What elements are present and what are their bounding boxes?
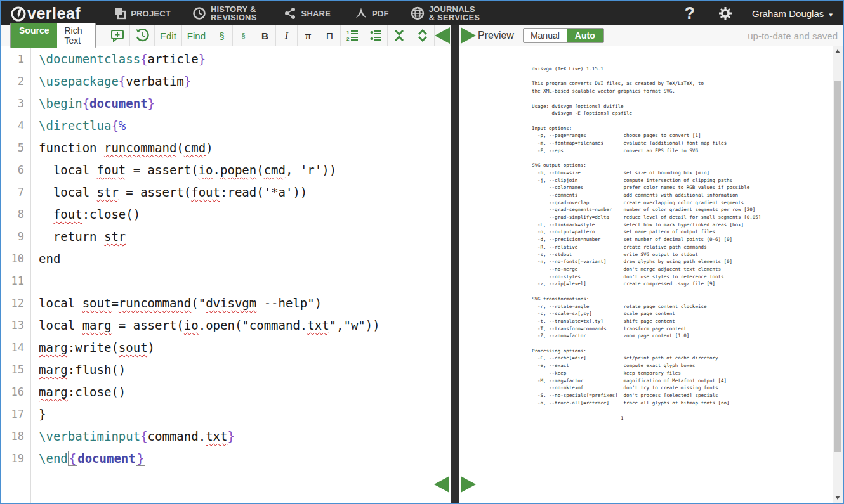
nav-journals-services[interactable]: JOURNALS & SERVICES	[411, 5, 480, 22]
code-line[interactable]	[39, 270, 451, 292]
code-line[interactable]: marg:write(sout)	[39, 337, 451, 359]
expand-chevrons-icon	[416, 29, 429, 42]
tab-rich-text[interactable]: Rich Text	[57, 23, 95, 48]
code-line[interactable]: marg:flush()	[39, 359, 451, 381]
scrollbar-thumb[interactable]	[834, 81, 841, 452]
pdf-icon	[355, 7, 372, 20]
subsection-button[interactable]: §	[232, 25, 254, 46]
nav-history-revisions[interactable]: HISTORY & REVISIONS	[192, 5, 257, 22]
code-line[interactable]: \documentclass{article}	[39, 48, 451, 70]
section-button[interactable]: §	[211, 25, 232, 46]
pdf-viewer[interactable]: dvisvgm (TeX Live) 1.15.1 This program c…	[459, 46, 843, 503]
settings-gear-icon[interactable]	[718, 6, 733, 21]
nav-share[interactable]: SHARE	[284, 7, 331, 20]
overleaf-window: verleaf PROJECT HISTORY & REVISIONS SHAR…	[0, 0, 844, 504]
overleaf-leaf-icon	[10, 5, 27, 22]
collapse-chevrons-icon	[393, 29, 406, 42]
line-number: 14	[1, 337, 24, 359]
line-number: 11	[1, 270, 24, 292]
nav-pdf[interactable]: PDF	[355, 7, 389, 20]
line-number: 16	[1, 381, 24, 403]
nav-project-label: PROJECT	[131, 9, 171, 18]
pdf-scrollbar[interactable]	[833, 46, 843, 503]
source-editor[interactable]: 12345678910111213141516171819 \documentc…	[1, 46, 451, 503]
code-line[interactable]: \verbatiminput{command.txt}	[39, 425, 451, 448]
numbered-list-button[interactable]: 12	[340, 25, 364, 46]
line-number: 13	[1, 314, 24, 337]
manual-compile-button[interactable]: Manual	[524, 29, 567, 42]
line-number: 1	[1, 48, 24, 70]
code-line[interactable]: return str	[39, 226, 451, 248]
find-button[interactable]: Find	[181, 25, 211, 46]
bullet-list-button[interactable]	[364, 25, 387, 46]
pane-divider[interactable]	[451, 25, 459, 503]
code-line[interactable]: function runcommand(cmd)	[39, 137, 451, 159]
line-number: 4	[1, 115, 24, 137]
pdf-text: dvisvgm (TeX Live) 1.15.1 This program c…	[459, 46, 843, 406]
overleaf-logo[interactable]: verleaf	[10, 4, 81, 23]
inline-math-button[interactable]: π	[297, 25, 319, 46]
edit-menu-button[interactable]: Edit	[154, 25, 181, 46]
auto-compile-button[interactable]: Auto	[567, 29, 603, 42]
nav-share-label: SHARE	[301, 9, 331, 18]
add-comment-button[interactable]	[105, 25, 129, 46]
compile-mode-toggle: Manual Auto	[523, 28, 604, 43]
bullet-list-icon	[369, 29, 382, 42]
nav-journals-label-2: & SERVICES	[429, 13, 480, 22]
history-arrow-icon	[135, 29, 149, 42]
collapse-button[interactable]	[387, 25, 411, 46]
code-line[interactable]: local sout=runcommand("dvisvgm --help")	[39, 292, 451, 314]
expand-button[interactable]	[411, 25, 435, 46]
pdf-page-number: 1	[459, 415, 843, 421]
code-line[interactable]: fout:close()	[39, 204, 451, 226]
history-clock-icon	[192, 6, 211, 20]
share-icon	[284, 7, 301, 20]
save-status: up-to-date and saved	[748, 30, 838, 41]
expand-preview-arrow-bottom[interactable]	[461, 476, 476, 493]
code-line[interactable]: \directlua{%	[39, 115, 451, 137]
preview-label: Preview	[478, 30, 514, 41]
code-line[interactable]: marg:close()	[39, 381, 451, 403]
preview-pane: Preview Manual Auto up-to-date and saved…	[459, 25, 843, 503]
code-line[interactable]: end	[39, 248, 451, 270]
undo-history-button[interactable]	[129, 25, 154, 46]
scroll-up-icon[interactable]	[835, 49, 840, 53]
preview-toolbar: Preview Manual Auto up-to-date and saved	[459, 25, 843, 46]
code-line[interactable]: \usepackage{verbatim}	[39, 70, 451, 93]
line-number: 10	[1, 248, 24, 270]
code-line[interactable]: \begin{document}	[39, 93, 451, 115]
user-name: Graham Douglas	[752, 8, 824, 19]
italic-button[interactable]: I	[275, 25, 297, 46]
globe-icon	[411, 6, 429, 20]
numbered-list-icon: 12	[346, 29, 359, 42]
line-number: 9	[1, 226, 24, 248]
topbar: verleaf PROJECT HISTORY & REVISIONS SHAR…	[1, 1, 843, 25]
svg-text:1: 1	[346, 30, 350, 36]
code-line[interactable]: local marg = assert(io.open("command.txt…	[39, 314, 451, 337]
tab-source[interactable]: Source	[11, 23, 57, 48]
code-lines[interactable]: \documentclass{article}\usepackage{verba…	[31, 48, 451, 503]
collapse-editor-arrow[interactable]	[435, 27, 450, 44]
gutter: 12345678910111213141516171819	[1, 48, 31, 503]
scroll-down-icon[interactable]	[835, 496, 840, 500]
code-line[interactable]: local fout = assert(io.popen(cmd, 'r'))	[39, 159, 451, 181]
line-number: 6	[1, 159, 24, 181]
main-area: Source Rich Text Edit Find	[1, 25, 843, 503]
code-line[interactable]: }	[39, 403, 451, 425]
comment-plus-icon	[110, 29, 124, 42]
code-line[interactable]: local str = assert(fout:read('*a'))	[39, 181, 451, 204]
user-menu[interactable]: Graham Douglas ▾	[752, 8, 833, 19]
nav-project[interactable]: PROJECT	[114, 7, 171, 20]
expand-preview-arrow[interactable]	[461, 27, 476, 44]
line-number: 17	[1, 403, 24, 425]
overleaf-logo-text: verleaf	[27, 4, 81, 23]
display-math-button[interactable]: Π	[319, 25, 340, 46]
bold-button[interactable]: B	[254, 25, 275, 46]
nav-pdf-label: PDF	[372, 9, 389, 18]
help-button[interactable]: ?	[684, 4, 695, 23]
collapse-editor-arrow-bottom[interactable]	[434, 476, 449, 493]
editor-toolbar: Source Rich Text Edit Find	[1, 25, 451, 46]
code-line[interactable]: \end{document}	[39, 448, 451, 470]
line-number: 7	[1, 181, 24, 204]
line-number: 8	[1, 204, 24, 226]
